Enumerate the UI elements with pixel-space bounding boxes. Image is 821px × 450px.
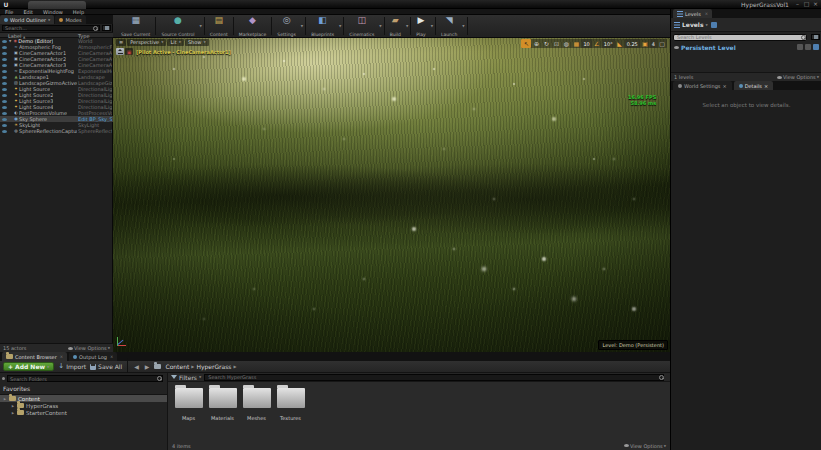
tree-item-content[interactable]: ▶Content (0, 395, 167, 402)
rotation-snap-value[interactable]: 10° (602, 39, 615, 48)
perspective-button[interactable]: Perspective▼ (127, 39, 166, 46)
visibility-eye-icon[interactable] (2, 106, 7, 109)
menu-file[interactable]: File (0, 9, 18, 15)
tree-expand-icon[interactable]: ▶ (11, 411, 15, 415)
outliner-search-input[interactable] (2, 25, 100, 31)
save-all-button[interactable]: Save All (90, 363, 122, 370)
visibility-eye-icon[interactable] (2, 70, 7, 73)
levels-search-input[interactable] (673, 34, 807, 41)
select-tool-icon[interactable]: ↖ (521, 39, 531, 48)
minimize-button[interactable]: – (793, 0, 802, 8)
scale-snap-icon[interactable]: ◣ (615, 39, 625, 48)
visibility-eye-icon[interactable] (2, 64, 7, 67)
assets-view-options[interactable]: View Options ▼ (624, 443, 666, 449)
levels-menu-button[interactable]: Levels ▼ (674, 21, 708, 28)
blueprints-button[interactable]: ◧Blueprints (307, 16, 338, 37)
camera-speed-value[interactable]: 4 (650, 39, 657, 48)
menu-edit[interactable]: Edit (18, 9, 38, 15)
world-space-icon[interactable]: ◍ (561, 39, 571, 48)
scale-snap-value[interactable]: 0.25 (625, 39, 640, 48)
filter-icon[interactable] (2, 377, 5, 380)
content-button[interactable]: ▤Content (206, 16, 232, 37)
tab-content-browser[interactable]: Content Browser × (2, 352, 67, 361)
menu-window[interactable]: Window (38, 9, 68, 15)
asset-search-input[interactable] (204, 374, 664, 381)
lock-icon[interactable] (797, 44, 803, 50)
visibility-eye-icon[interactable] (2, 46, 7, 49)
folder-tile-maps[interactable]: Maps (172, 385, 205, 421)
chevron-down-icon[interactable]: ▼ (431, 24, 433, 28)
outliner-settings-button[interactable] (102, 25, 111, 31)
marketplace-button[interactable]: ◆Marketplace (235, 16, 271, 37)
rotate-tool-icon[interactable]: ↻ (541, 39, 551, 48)
maximize-viewport-icon[interactable]: ▢ (657, 39, 667, 48)
outliner-view-options[interactable]: View Options ▼ (68, 345, 110, 351)
maximize-button[interactable]: □ (802, 0, 811, 8)
tree-item-startercontent[interactable]: ▶StarterContent (0, 409, 167, 416)
camera-speed-icon[interactable]: ▣ (640, 39, 650, 48)
levels-settings-button[interactable] (811, 34, 820, 40)
visibility-eye-icon[interactable] (2, 94, 7, 97)
folder-tile-textures[interactable]: Textures (274, 385, 307, 421)
visibility-eye-icon[interactable] (2, 88, 7, 91)
cinematics-button[interactable]: ◫Cinematics (345, 16, 378, 37)
viewport[interactable]: ≡ Perspective▼ Lit▼ Show▼ ▣ [Pilot Activ… (113, 38, 670, 352)
tree-item-hypergrass[interactable]: ▶HyperGrass (0, 402, 167, 409)
tab-details[interactable]: Details × (734, 81, 774, 90)
level-details-button[interactable] (711, 22, 717, 28)
save-current-button[interactable]: ▦Save Current (117, 16, 154, 37)
play-button[interactable]: ▶Play (412, 16, 429, 37)
folder-tile-meshes[interactable]: Meshes (240, 385, 273, 421)
outliner-row[interactable]: ◍SphereReflectionCaptureSphereReflection… (0, 128, 113, 134)
menu-help[interactable]: Help (68, 9, 89, 15)
tree-expand-icon[interactable]: ▶ (3, 397, 7, 401)
tab-modes[interactable]: Modes (55, 15, 85, 24)
tab-world-outliner[interactable]: World Outliner ▼ (0, 15, 54, 24)
chevron-down-icon[interactable]: ▼ (379, 24, 381, 28)
chevron-down-icon[interactable]: ▼ (301, 24, 303, 28)
eject-pilot-button[interactable] (116, 48, 124, 55)
save-level-icon[interactable] (805, 44, 811, 50)
source-control-button[interactable]: ●Source Control (157, 16, 198, 37)
import-button[interactable]: ↓ Import (58, 363, 86, 370)
blueprint-icon[interactable] (813, 44, 819, 50)
visibility-eye-icon[interactable] (2, 82, 7, 85)
tab-levels[interactable]: Levels × (673, 9, 712, 18)
visibility-eye-icon[interactable] (674, 46, 679, 49)
settings-button[interactable]: ◎Settings (273, 16, 299, 37)
lit-mode-button[interactable]: Lit▼ (167, 39, 183, 46)
rotation-snap-icon[interactable]: ∠ (592, 39, 602, 48)
close-tab-icon[interactable]: × (705, 11, 708, 16)
close-button[interactable]: × (811, 0, 820, 8)
scale-tool-icon[interactable]: ⊡ (551, 39, 561, 48)
close-tab-icon[interactable]: × (722, 83, 726, 89)
visibility-eye-icon[interactable] (2, 52, 7, 55)
breadcrumb-hypergrass[interactable]: HyperGrass (196, 363, 231, 370)
visibility-eye-icon[interactable] (2, 118, 7, 121)
chevron-down-icon[interactable]: ▼ (200, 24, 202, 28)
add-new-button[interactable]: + Add New ▼ (3, 362, 54, 371)
chevron-down-icon[interactable]: ▼ (462, 24, 464, 28)
filters-button[interactable]: Filters ▼ (171, 374, 201, 381)
visibility-eye-icon[interactable] (2, 124, 7, 127)
levels-view-options[interactable]: View Options ▼ (777, 74, 819, 80)
folder-tile-materials[interactable]: Materials (206, 385, 239, 421)
breadcrumb-content[interactable]: Content (165, 363, 189, 370)
build-button[interactable]: ▰Build (386, 16, 405, 37)
visibility-eye-icon[interactable] (2, 40, 7, 43)
visibility-eye-icon[interactable] (2, 76, 7, 79)
persistent-level-row[interactable]: Persistent Level (671, 43, 821, 51)
close-tab-icon[interactable]: × (60, 354, 63, 359)
show-flags-button[interactable]: Show▼ (185, 39, 209, 46)
close-tab-icon[interactable]: × (764, 83, 768, 89)
viewport-options-button[interactable]: ≡ (116, 39, 126, 46)
tab-output-log[interactable]: Output Log × (69, 352, 117, 361)
launch-button[interactable]: ◥Launch (437, 16, 461, 37)
close-tab-icon[interactable]: × (110, 354, 113, 359)
tree-expand-icon[interactable]: ▶ (11, 404, 15, 408)
grid-snap-icon[interactable]: ▦ (571, 39, 581, 48)
grid-snap-value[interactable]: 10 (581, 39, 591, 48)
forward-button[interactable]: ▶ (144, 363, 151, 370)
folder-search-input[interactable] (7, 375, 163, 382)
back-button[interactable]: ◀ (133, 363, 140, 370)
